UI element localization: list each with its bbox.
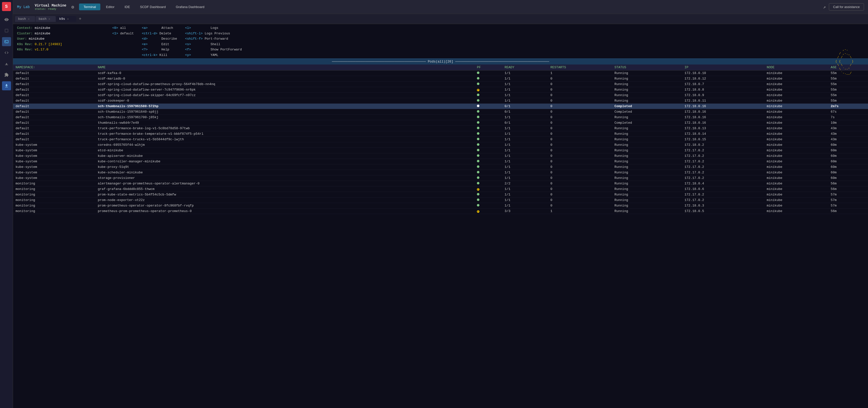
pod-ip: 172.18.0.11 <box>682 98 764 104</box>
table-row[interactable]: kube-systemkube-controller-manager-minik… <box>13 159 868 164</box>
table-row[interactable]: defaultscdf-mariadb-01/10Running172.18.0… <box>13 76 868 82</box>
tab-editor[interactable]: Editor <box>101 3 119 10</box>
pod-age: 67s <box>828 109 868 115</box>
table-row[interactable]: kube-systemetcd-minikube1/10Running172.1… <box>13 148 868 153</box>
tab-grafana-dashboard[interactable]: Grafana Dashboard <box>171 3 209 10</box>
pod-namespace: default <box>13 137 95 142</box>
table-row[interactable]: defaultsch-thumbnails-1597961580-572hp0/… <box>13 104 868 109</box>
pod-node: minikube <box>764 93 828 98</box>
pod-namespace: monitoring <box>13 197 95 203</box>
table-row[interactable]: defaultscdf-kafka-01/11Running172.18.0.1… <box>13 70 868 76</box>
table-row[interactable]: kube-systemkube-scheduler-minikube1/10Ru… <box>13 170 868 176</box>
sidebar-item-follow-presenter[interactable] <box>2 15 11 24</box>
table-row[interactable]: defaultscdf-spring-cloud-dataflow-server… <box>13 87 868 93</box>
k9s-ascii-logo: ,-. / ,-._ / / \ ( ( ) \ \ / \ `--' `-._… <box>835 48 854 75</box>
pod-ip: 172.17.0.2 <box>682 170 764 176</box>
pod-ready: 1/1 <box>502 76 548 82</box>
tab-close-bash-2[interactable]: ✕ <box>49 17 50 21</box>
pod-restarts: 0 <box>548 76 612 82</box>
pod-ip: 172.17.0.2 <box>682 159 764 164</box>
pod-restarts: 0 <box>548 137 612 142</box>
table-row[interactable]: defaultsch-thumbnails-1597961700-j85kj1/… <box>13 115 868 120</box>
k9s-rev-line: K9s Rev: 0.21.7 [24983] <box>17 42 62 47</box>
external-link-icon[interactable]: ↗ <box>823 4 826 10</box>
add-tab-button[interactable]: + <box>77 17 84 22</box>
pod-status: Running <box>612 148 682 153</box>
table-row[interactable]: defaultscdf-spring-cloud-dataflow-skippe… <box>13 93 868 98</box>
pod-restarts: 1 <box>548 209 612 214</box>
table-row[interactable]: monitoringgraf-grafana-6bddd8c855-thwcmF… <box>13 186 868 192</box>
table-row[interactable]: defaultthumbnails-vw8d4r7e490/10Complete… <box>13 120 868 126</box>
pod-age: 56m <box>828 209 868 214</box>
col-namespace: NAMESPACE↑ <box>13 64 95 70</box>
pod-status: Running <box>612 98 682 104</box>
pod-status: Running <box>612 159 682 164</box>
pod-ready: 0/1 <box>502 104 548 109</box>
pod-restarts: 0 <box>548 131 612 137</box>
sidebar-item-code[interactable] <box>2 48 11 57</box>
shortcut-help: <?> Help <box>142 47 177 52</box>
table-row[interactable]: monitoringprom-kube-state-metrics-5b4f54… <box>13 192 868 197</box>
pod-name: prometheus-prom-prometheus-operator-prom… <box>95 209 474 214</box>
tab-scdf-dashboard[interactable]: SCDF Dashboard <box>135 3 170 10</box>
tab-ide[interactable]: IDE <box>120 3 134 10</box>
pod-age: 2m7s <box>828 104 868 109</box>
shell-tab-k9s[interactable]: k9s ✕ <box>56 16 76 22</box>
sidebar-item-extensions[interactable] <box>2 70 11 79</box>
table-row[interactable]: kube-systemkube-apiserver-minikube1/10Ru… <box>13 153 868 159</box>
pod-status: Completed <box>612 109 682 115</box>
sidebar-item-layer[interactable] <box>2 26 11 35</box>
tab-terminal[interactable]: Terminal <box>79 3 100 10</box>
table-row[interactable]: defaulttruck-performance-trucks-v1-5b584… <box>13 137 868 142</box>
pod-restarts: 0 <box>548 181 612 186</box>
pod-age: 43m <box>828 131 868 137</box>
my-lab-link[interactable]: My Lab <box>17 5 30 9</box>
pod-status: Running <box>612 126 682 131</box>
pod-ip: 172.18.0.16 <box>682 115 764 120</box>
table-row[interactable]: monitoringprom-node-exporter-xt22z1/10Ru… <box>13 197 868 203</box>
pod-restarts: 0 <box>548 148 612 153</box>
sidebar-item-git[interactable] <box>2 59 11 68</box>
pod-pf <box>474 70 502 76</box>
pod-status: Completed <box>612 120 682 126</box>
shell-tab-bash-2[interactable]: bash ✕ <box>36 16 56 22</box>
table-row[interactable]: monitoringalertmanager-prom-prometheus-o… <box>13 181 868 186</box>
vm-status: status: ready <box>35 7 66 10</box>
pod-ready: 1/1 <box>502 170 548 176</box>
shell-tab-bash-1[interactable]: bash ✕ <box>15 16 35 22</box>
call-assistance-button[interactable]: Call for assistance <box>829 3 864 10</box>
pod-pf <box>474 159 502 164</box>
tab-close-k9s[interactable]: ✕ <box>67 17 69 21</box>
pod-ready: 1/1 <box>502 142 548 148</box>
pod-age: 57m <box>828 203 868 209</box>
pod-ready: 1/1 <box>502 176 548 181</box>
topbar-tabs: Terminal Editor IDE SCDF Dashboard Grafa… <box>79 3 209 10</box>
table-row[interactable]: monitoringprom-prometheus-operator-opera… <box>13 203 868 209</box>
sidebar-item-terminal[interactable] <box>2 37 11 46</box>
user-value: minikube <box>29 37 44 41</box>
tab-close-bash-1[interactable]: ✕ <box>28 17 30 21</box>
table-row[interactable]: defaultsch-thumbnails-1597961640-sp8jj0/… <box>13 109 868 115</box>
table-row[interactable]: defaulttruck-performance-brake-log-v1-5c… <box>13 126 868 131</box>
pod-restarts: 0 <box>548 186 612 192</box>
pod-restarts: 0 <box>548 203 612 209</box>
pod-status: Running <box>612 153 682 159</box>
pod-restarts: 0 <box>548 164 612 170</box>
table-row[interactable]: defaultscdf-zookeeper-01/10Running172.18… <box>13 98 868 104</box>
pod-pf <box>474 109 502 115</box>
sidebar-logo[interactable]: S <box>2 2 11 11</box>
sidebar-item-download[interactable] <box>2 81 11 90</box>
settings-icon[interactable]: ⚙ <box>71 4 74 10</box>
cluster-line: Cluster: minikube <box>17 31 62 36</box>
pod-pf <box>474 164 502 170</box>
pod-ready: 1/1 <box>502 197 548 203</box>
main-content: My Lab Virtual Machine status: ready ⚙ T… <box>13 0 868 408</box>
pod-pf <box>474 104 502 109</box>
table-row[interactable]: kube-systemkube-proxy-51q9t1/10Running17… <box>13 164 868 170</box>
pod-restarts: 0 <box>548 126 612 131</box>
table-row[interactable]: monitoringprometheus-prom-prometheus-ope… <box>13 209 868 214</box>
table-row[interactable]: kube-systemstorage-provisioner1/10Runnin… <box>13 176 868 181</box>
table-row[interactable]: defaultscdf-spring-cloud-dataflow-promet… <box>13 82 868 87</box>
table-row[interactable]: defaulttruck-performance-brake-temperatu… <box>13 131 868 137</box>
table-row[interactable]: kube-systemcoredns-6955765f44-wlhjm1/10R… <box>13 142 868 148</box>
